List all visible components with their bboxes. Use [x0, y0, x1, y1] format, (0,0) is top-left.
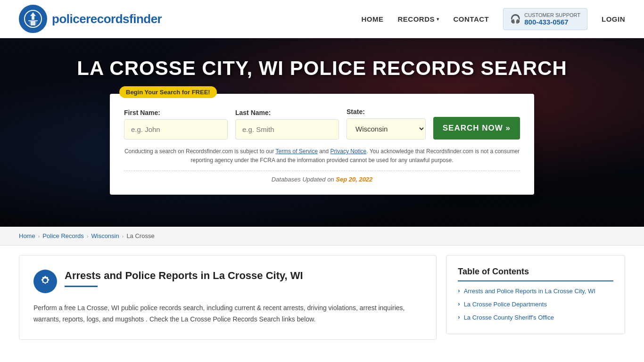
state-select[interactable]: AlabamaAlaskaArizonaArkansasCaliforniaCo… [347, 118, 426, 140]
article-title: Arrests and Police Reports in La Crosse … [65, 270, 303, 282]
headset-icon: 🎧 [510, 14, 520, 24]
svg-rect-2 [32, 16, 34, 20]
title-underline [65, 286, 98, 287]
breadcrumb-sep-1: › [38, 233, 40, 239]
main-nav: HOME RECORDS ▾ CONTACT 🎧 CUSTOMER SUPPOR… [361, 8, 625, 30]
toc-link-1[interactable]: La Crosse Police Departments [464, 300, 547, 309]
last-name-group: Last Name: [235, 109, 339, 140]
first-name-label: First Name: [124, 109, 228, 116]
logo-text: policerecordsfinder [52, 12, 162, 26]
nav-login[interactable]: LOGIN [602, 15, 625, 23]
chevron-down-icon: ▾ [437, 16, 439, 22]
badge-icon [39, 275, 51, 288]
db-updated-label: Databases Updated on [272, 176, 334, 183]
toc-arrow-icon: › [458, 313, 460, 321]
hero-title: LA CROSSE CITY, WI POLICE RECORDS SEARCH [77, 57, 567, 80]
logo-icon [19, 5, 47, 33]
svg-rect-5 [29, 21, 37, 22]
svg-rect-6 [29, 22, 37, 23]
search-button[interactable]: SEARCH NOW » [433, 117, 520, 140]
db-updated-date: Sep 20, 2022 [336, 176, 372, 183]
support-phone: 800-433-0567 [524, 18, 580, 26]
article-icon [33, 270, 57, 293]
first-name-group: First Name: [124, 109, 228, 140]
toc-arrow-icon: › [458, 287, 460, 294]
state-label: State: [347, 108, 426, 115]
disclaimer-text: Conducting a search on Recordsfinder.com… [124, 147, 520, 165]
privacy-link[interactable]: Privacy Notice [330, 148, 367, 155]
nav-contact[interactable]: CONTACT [454, 15, 489, 23]
support-info: CUSTOMER SUPPORT 800-433-0567 [524, 12, 580, 26]
toc-item: › Arrests and Police Reports in La Cross… [458, 287, 613, 296]
customer-support-box: 🎧 CUSTOMER SUPPORT 800-433-0567 [503, 8, 587, 30]
last-name-label: Last Name: [235, 109, 339, 116]
toc-item: › La Crosse County Sheriff's Office [458, 313, 613, 322]
last-name-input[interactable] [235, 119, 339, 140]
support-label: CUSTOMER SUPPORT [524, 12, 580, 18]
first-name-input[interactable] [124, 119, 228, 140]
breadcrumb-current: La Crosse [126, 232, 154, 239]
nav-records[interactable]: RECORDS ▾ [397, 15, 439, 23]
nav-home[interactable]: HOME [361, 15, 383, 23]
toc-item: › La Crosse Police Departments [458, 300, 613, 309]
search-form-row: First Name: Last Name: State: AlabamaAla… [124, 108, 520, 140]
article-header: Arrests and Police Reports in La Crosse … [33, 270, 422, 293]
toc-section: Table of Contents › Arrests and Police R… [446, 255, 625, 334]
breadcrumb-sep-3: › [122, 233, 124, 239]
article-body: Perform a free La Crosse, WI public poli… [33, 303, 422, 325]
article-section: Arrests and Police Reports in La Crosse … [19, 255, 437, 340]
tos-link[interactable]: Terms of Service [276, 148, 318, 155]
breadcrumb-wisconsin[interactable]: Wisconsin [91, 232, 119, 239]
toc-link-0[interactable]: Arrests and Police Reports in La Crosse … [464, 287, 595, 296]
breadcrumb-sep-2: › [87, 233, 89, 239]
breadcrumb: Home › Police Records › Wisconsin › La C… [0, 227, 644, 246]
breadcrumb-police-records[interactable]: Police Records [42, 232, 83, 239]
article-title-area: Arrests and Police Reports in La Crosse … [65, 270, 303, 287]
toc-list: › Arrests and Police Reports in La Cross… [458, 287, 613, 322]
toc-arrow-icon: › [458, 300, 460, 307]
db-updated: Databases Updated on Sep 20, 2022 [124, 171, 520, 183]
svg-rect-7 [29, 23, 37, 24]
search-form-container: Begin Your Search for FREE! First Name: … [110, 94, 534, 195]
svg-rect-8 [29, 24, 37, 25]
breadcrumb-home[interactable]: Home [19, 232, 35, 239]
main-content: Arrests and Police Reports in La Crosse … [0, 246, 644, 349]
state-group: State: AlabamaAlaskaArizonaArkansasCalif… [347, 108, 426, 140]
toc-title: Table of Contents [458, 267, 613, 281]
free-badge: Begin Your Search for FREE! [119, 86, 217, 98]
header: policerecordsfinder HOME RECORDS ▾ CONTA… [0, 0, 644, 38]
svg-rect-4 [28, 20, 38, 21]
toc-link-2[interactable]: La Crosse County Sheriff's Office [464, 313, 554, 322]
hero-section: LA CROSSE CITY, WI POLICE RECORDS SEARCH… [0, 38, 644, 227]
logo-link[interactable]: policerecordsfinder [19, 5, 162, 33]
